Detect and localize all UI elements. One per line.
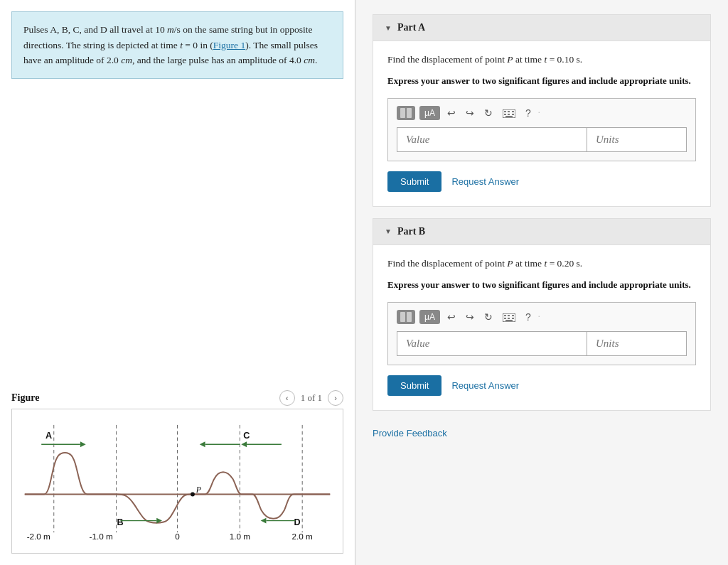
part-b-question: Find the displacement of point P at time… [387,257,696,271]
figure-wave-diagram: P A B C D -2.0 m [11,409,343,554]
part-b-help-button[interactable]: ? [523,310,534,324]
part-b-instruction: Express your answer to two significant f… [387,278,696,292]
figure-link[interactable]: Figure 1 [213,40,245,50]
right-panel: ▼ Part A Find the displacement of point … [355,0,728,565]
svg-text:0: 0 [175,532,180,541]
svg-marker-18 [241,441,247,447]
svg-text:A: A [46,431,52,441]
part-b-section: ▼ Part B Find the displacement of point … [373,218,711,411]
part-b-label: Part B [397,226,425,237]
svg-rect-42 [512,315,514,316]
part-b-keyboard-button[interactable] [500,310,518,324]
figure-prev-button[interactable]: ‹ [279,390,295,406]
part-a-request-answer-link[interactable]: Request Answer [451,176,519,187]
part-b-submit-button[interactable]: Submit [387,375,441,396]
part-a-undo-button[interactable]: ↩ [444,106,459,120]
svg-rect-36 [505,116,513,117]
problem-text-content: Pulses A, B, C, and D all travel at 10 m… [23,24,318,65]
svg-rect-43 [504,318,506,319]
part-a-units-input[interactable] [587,127,687,152]
part-b-header: ▼ Part B [373,219,710,245]
part-a-answer-box: μA ↩ ↪ ↻ ? · [387,98,696,161]
svg-rect-38 [407,312,412,322]
part-b-value-input[interactable] [397,331,587,356]
svg-rect-28 [407,108,412,118]
part-a-keyboard-button[interactable] [500,106,518,120]
figure-section: Figure ‹ 1 of 1 › [11,390,343,554]
part-b-units-input[interactable] [587,331,687,356]
part-b-collapse-icon[interactable]: ▼ [385,227,392,235]
svg-text:1.0 m: 1.0 m [230,532,250,541]
svg-text:P: P [196,485,201,495]
svg-rect-30 [504,111,506,112]
svg-rect-31 [508,111,510,112]
svg-rect-35 [512,114,514,115]
provide-feedback-link[interactable]: Provide Feedback [373,428,711,438]
svg-rect-40 [504,315,506,316]
part-a-value-input[interactable] [397,127,587,152]
svg-text:-1.0 m: -1.0 m [90,532,113,541]
svg-text:C: C [243,431,250,441]
svg-rect-41 [508,315,510,316]
part-b-undo-button[interactable]: ↩ [444,310,459,324]
svg-marker-21 [261,518,267,524]
part-a-submit-button[interactable]: Submit [387,171,441,192]
part-b-body: Find the displacement of point P at time… [373,245,710,410]
svg-rect-32 [512,111,514,112]
figure-page: 1 of 1 [301,392,322,404]
problem-description: Pulses A, B, C, and D all travel at 10 m… [11,11,343,79]
part-b-answer-box: μA ↩ ↪ ↻ ? · [387,302,696,365]
part-a-toolbar-sep: · [538,107,540,118]
svg-rect-33 [504,114,506,115]
part-a-section: ▼ Part A Find the displacement of point … [373,14,711,207]
part-b-toolbar-sep: · [538,311,540,322]
part-b-toolbar: μA ↩ ↪ ↻ ? · [397,310,687,324]
wave-svg: P A B C D -2.0 m [18,416,337,544]
part-b-request-answer-link[interactable]: Request Answer [451,380,519,391]
part-a-question: Find the displacement of point P at time… [387,53,696,67]
figure-nav: ‹ 1 of 1 › [279,390,343,406]
svg-text:-2.0 m: -2.0 m [27,532,50,541]
svg-text:D: D [294,517,300,527]
part-a-collapse-icon[interactable]: ▼ [385,24,392,32]
part-b-refresh-button[interactable]: ↻ [481,310,496,324]
part-a-toolbar: μA ↩ ↪ ↻ ? · [397,106,687,120]
part-a-header: ▼ Part A [373,15,710,41]
part-a-cols-button[interactable] [397,106,415,120]
svg-point-6 [191,493,195,497]
svg-marker-16 [200,441,205,447]
part-a-action-row: Submit Request Answer [387,171,696,192]
figure-controls: Figure ‹ 1 of 1 › [11,390,343,406]
part-a-instruction: Express your answer to two significant f… [387,74,696,88]
svg-rect-44 [508,318,510,319]
part-a-body: Find the displacement of point P at time… [373,41,710,206]
left-panel: Pulses A, B, C, and D all travel at 10 m… [0,0,355,565]
figure-label: Figure [11,392,39,404]
svg-rect-46 [505,320,513,321]
svg-text:2.0 m: 2.0 m [292,532,313,541]
svg-marker-10 [80,441,86,447]
part-a-input-row [397,127,687,152]
part-b-mu-button[interactable]: μA [419,310,440,324]
part-b-cols-button[interactable] [397,310,415,324]
svg-text:B: B [117,517,124,527]
part-b-action-row: Submit Request Answer [387,375,696,396]
part-a-refresh-button[interactable]: ↻ [481,106,496,120]
part-a-redo-button[interactable]: ↪ [463,106,477,120]
part-a-label: Part A [397,22,425,33]
svg-rect-27 [400,108,405,118]
part-b-redo-button[interactable]: ↪ [463,310,477,324]
svg-rect-34 [508,114,510,115]
svg-rect-45 [512,318,514,319]
svg-rect-37 [400,312,405,322]
figure-next-button[interactable]: › [328,390,343,406]
part-a-mu-button[interactable]: μA [419,106,440,120]
part-b-input-row [397,331,687,356]
part-a-help-button[interactable]: ? [523,106,534,120]
